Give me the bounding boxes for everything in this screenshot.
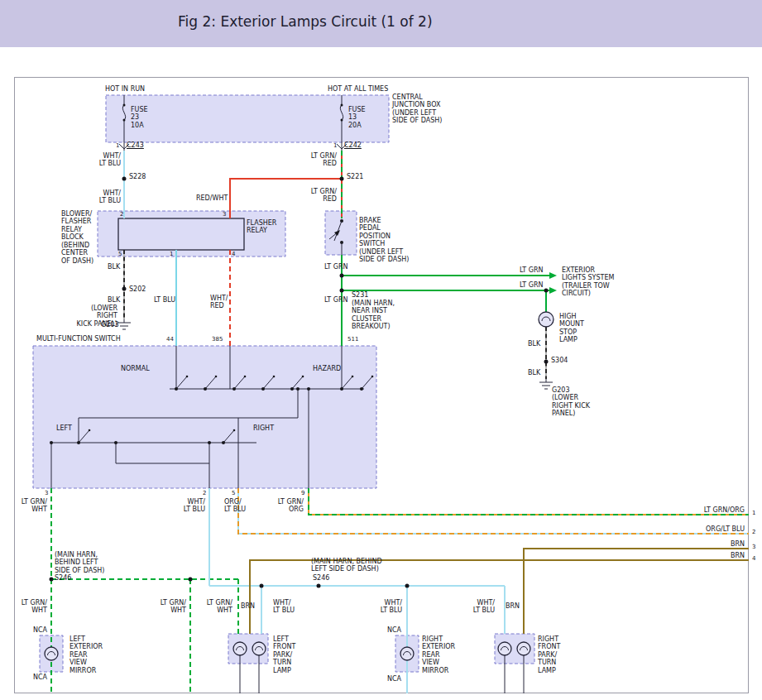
- wire-label-lt-grn-3: LT GRN: [520, 281, 544, 289]
- ground-g203-right-label: G203 (LOWER RIGHT KICK PANEL): [552, 386, 590, 418]
- splice-s304-label: S304: [551, 357, 568, 364]
- main-harn-left-label: (MAIN HARN, BEHIND LEFT SIDE OF DASH): [55, 551, 104, 574]
- wire-label-lt-grn-red-2: LT GRN/ RED: [309, 188, 337, 204]
- hot-in-run-label: HOT IN RUN: [105, 85, 145, 93]
- wire-label-brn-right: BRN: [506, 602, 520, 610]
- wire-brn-right: [524, 549, 749, 634]
- wire-label-lt-grn-org: LT GRN/ ORG: [276, 498, 304, 514]
- hot-at-all-times-label: HOT AT ALL TIMES: [328, 85, 388, 93]
- mfs-pin-3-label: 3: [45, 490, 48, 496]
- flasher-relay-label: FLASHER RELAY: [247, 219, 276, 235]
- splice-s228-label: S228: [129, 173, 146, 180]
- mfs-pin-9-label: 9: [301, 490, 304, 496]
- relay-pin-4-label: 4: [232, 251, 235, 257]
- wire-label-lt-grn-4: LT GRN: [324, 296, 348, 304]
- mfs-pin-5-label: 5: [232, 490, 235, 496]
- wire-label-blk-1: BLK: [108, 263, 120, 271]
- nca-label-1: NCA: [33, 626, 47, 634]
- page: Fig 2: Exterior Lamps Circuit (1 of 2): [0, 0, 762, 700]
- wire-label-lt-grn-wht-4: LT GRN/ WHT: [205, 599, 232, 615]
- right-mirror-lamp-icon: [400, 647, 414, 660]
- mfs-pin-2-label: 2: [203, 490, 206, 496]
- wire-label-wht-lt-blu-1: WHT/ LT BLU: [98, 152, 121, 168]
- wire-label-wht-lt-blu-5: WHT/ LT BLU: [379, 599, 402, 615]
- main-harn-center-label: (MAIN HARN, BEHIND LEFT SIDE OF DASH): [311, 558, 382, 573]
- splice-s231: [340, 289, 344, 293]
- multi-function-switch-label: MULTI-FUNCTION SWITCH: [36, 335, 121, 343]
- wire-label-brn-3: BRN: [713, 540, 745, 548]
- fuse-13-label: FUSE 13 20A: [348, 106, 366, 129]
- wire-label-org-lt-blu: ORG/ LT BLU: [224, 498, 246, 514]
- wire-label-org-lt-blu-h: ORG/LT BLU: [687, 525, 745, 533]
- central-junction-box-label: CENTRAL JUNCTION BOX (UNDER LEFT SIDE OF…: [392, 93, 442, 125]
- nca-label-3: NCA: [387, 626, 401, 634]
- wire-org-lt-blu: [238, 488, 749, 534]
- relay-pin-3-label: 3: [223, 211, 226, 218]
- mfs-pin-511-label: 511: [347, 336, 358, 343]
- relay-pin-5-label: 5: [118, 251, 122, 257]
- c243-pin-label: 1: [116, 142, 119, 149]
- wire-label-wht-lt-blu-6: WHT/ LT BLU: [472, 599, 495, 615]
- wire-label-blk-4: BLK: [528, 369, 540, 376]
- splice-s202: [122, 287, 127, 291]
- splice-s246-center: [317, 584, 321, 588]
- connector-c242-label: C242: [344, 141, 362, 149]
- relay-pin-2-label: 2: [120, 211, 123, 218]
- nca-label-2: NCA: [33, 674, 47, 681]
- wire-label-lt-grn-2: LT GRN: [520, 266, 544, 274]
- left-front-lamp-label: LEFT FRONT PARK/ TURN LAMP: [273, 635, 295, 674]
- mfs-right-label: RIGHT: [253, 424, 274, 432]
- arrow-right-icon: [549, 287, 557, 294]
- relay-pin-1-label: 1: [170, 251, 173, 257]
- nca-label-4: NCA: [387, 675, 401, 683]
- wire-label-lt-grn-wht-2: LT GRN/ WHT: [20, 599, 47, 615]
- ground-g203-left-icon: [117, 319, 131, 329]
- right-park-lamp-icon: [498, 642, 511, 655]
- edge-ref-3: 3: [752, 544, 755, 550]
- wire-label-lt-grn-red-1: LT GRN/ RED: [309, 152, 337, 168]
- mfs-normal-label: NORMAL: [121, 365, 150, 372]
- edge-ref-1: 1: [752, 510, 755, 516]
- mfs-pin-385-label: 385: [212, 336, 223, 343]
- c242-pin-label: 1: [333, 142, 337, 149]
- edge-ref-2: 2: [752, 529, 755, 535]
- brake-pedal-switch-label: BRAKE PEDAL POSITION SWITCH (UNDER LEFT …: [359, 217, 409, 264]
- splice-s231-label: S231: [352, 291, 368, 299]
- wire-label-lt-grn-wht-1: LT GRN/ WHT: [20, 498, 47, 514]
- central-junction-box: [106, 95, 389, 142]
- wire-label-brn-left: BRN: [241, 602, 255, 610]
- wire-label-wht-red: WHT/ RED: [210, 295, 228, 310]
- wire-label-lt-grn-wht-3: LT GRN/ WHT: [159, 599, 186, 615]
- wire-label-lt-blu: LT BLU: [154, 296, 175, 304]
- left-park-lamp-icon: [233, 642, 247, 655]
- splice-s228: [122, 177, 127, 181]
- wire-label-red-wht: RED/WHT: [196, 194, 228, 202]
- splice-s202-label: S202: [129, 285, 146, 293]
- right-turn-lamp-icon: [517, 642, 530, 655]
- mfs-left-label: LEFT: [56, 424, 72, 432]
- wire-label-brn-4: BRN: [713, 552, 745, 559]
- wiring-diagram-canvas: [0, 0, 762, 700]
- mfs-pin-44-label: 44: [166, 336, 174, 343]
- fuse-23-label: FUSE 23 10A: [131, 106, 148, 129]
- exterior-lights-system-label: EXTERIOR LIGHTS SYSTEM (TRAILER TOW CIRC…: [562, 266, 614, 298]
- high-mount-stop-lamp-label: HIGH MOUNT STOP LAMP: [559, 313, 584, 344]
- splice-s221: [340, 177, 344, 181]
- blower-relay-block-label: BLOWER/ FLASHER RELAY BLOCK (BEHIND CENT…: [61, 210, 93, 265]
- wire-label-lt-grn-org-h: LT GRN/ORG: [687, 506, 745, 514]
- mfs-hazard-label: HAZARD: [313, 365, 341, 372]
- wire-label-wht-lt-blu-3: WHT/ LT BLU: [182, 498, 205, 514]
- wire-label-wht-lt-blu-2: WHT/ LT BLU: [98, 189, 121, 205]
- arrow-right-icon: [549, 272, 557, 279]
- high-mount-stop-lamp-icon: [539, 312, 554, 327]
- ground-g203-right-icon: [539, 379, 553, 389]
- connector-c243-label: C243: [127, 141, 144, 149]
- splice-s246-center-label: S246: [313, 574, 329, 582]
- splice-s221-label: S221: [347, 173, 363, 180]
- splice-s304: [544, 360, 549, 364]
- wire-label-wht-lt-blu-4: WHT/ LT BLU: [273, 599, 295, 615]
- right-front-lamp-label: RIGHT FRONT PARK/ TURN LAMP: [538, 635, 560, 674]
- splice-s246-left: [50, 578, 54, 582]
- flasher-relay-box: [118, 218, 244, 250]
- ground-g203-label: G203: [101, 321, 118, 328]
